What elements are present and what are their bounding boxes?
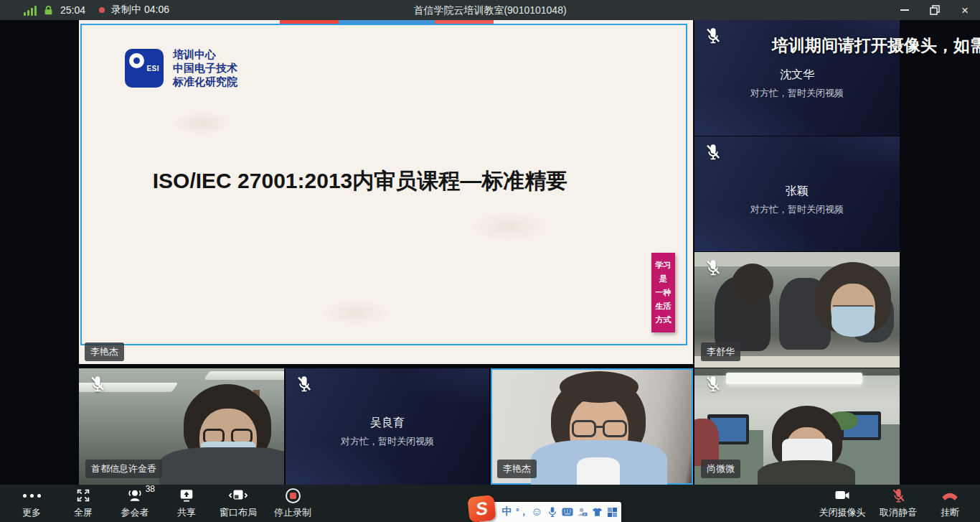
ime-tshirt-icon (592, 507, 603, 517)
ime-keyboard-button[interactable] (560, 502, 575, 522)
presenter-name-tag: 李艳杰 (85, 342, 124, 361)
stop-record-label: 停止录制 (274, 506, 311, 519)
cesi-logo-icon: ESI (125, 49, 164, 88)
sogou-logo-icon[interactable]: S (467, 495, 496, 522)
stop-record-button[interactable]: 停止录制 (264, 485, 321, 522)
participant-tile-xujinxiang[interactable]: 首都信息许金香 (79, 368, 284, 485)
toolbar-left-group: 更多 全屏 (6, 485, 321, 522)
person-face-mask (831, 307, 875, 337)
share-button[interactable]: 共享 (161, 485, 212, 522)
background-person (732, 264, 773, 304)
ceiling-light (204, 371, 284, 380)
meeting-app-window: 25:04 录制中 04:06 首信学院云培训教室(9010101048) × (0, 0, 980, 522)
banner-line: 一种 (656, 289, 672, 297)
stop-record-icon (286, 488, 301, 503)
layout-button[interactable]: 窗口布局 (212, 485, 264, 522)
ime-profile-button[interactable] (575, 502, 590, 522)
mic-muted-red-icon (890, 488, 907, 504)
cesi-org-name: 培训中心 中国电子技术 标准化研究院 (173, 47, 237, 88)
org-line: 培训中心 (173, 47, 237, 61)
mic-muted-icon (88, 375, 107, 393)
banner-line: 方式 (656, 316, 672, 324)
cesi-logo-block: ESI 培训中心 中国电子技术 标准化研究院 (125, 47, 237, 88)
mic-muted-icon (704, 258, 722, 277)
participant-name: 吴良育 (286, 416, 489, 431)
screen-share-view[interactable]: ESI 培训中心 中国电子技术 标准化研究院 ISO/IEC 27001:201… (79, 20, 693, 364)
more-button[interactable]: 更多 (6, 485, 57, 522)
person-body (159, 447, 284, 485)
participant-status: 对方忙，暂时关闭视频 (694, 203, 900, 216)
share-screen-icon (178, 488, 195, 503)
more-label: 更多 (22, 506, 41, 519)
participant-tile-lishuhua[interactable]: 李舒华 (694, 252, 900, 368)
slide-title: ISO/IEC 27001:2013内审员课程—标准精要 (79, 167, 641, 196)
participant-name-tag: 李艳杰 (497, 460, 537, 478)
participant-name: 张颖 (694, 184, 900, 199)
person-glasses (833, 299, 873, 307)
org-line: 标准化研究院 (173, 75, 237, 88)
banner-line: 是 (659, 275, 667, 283)
cesi-logo-letters: ESI (146, 65, 159, 73)
participant-tile-zhangying[interactable]: 张颖 对方忙，暂时关闭视频 (694, 136, 900, 251)
participant-tile-liyanjie-active[interactable]: 李艳杰 (491, 368, 693, 485)
recording-status: 录制中 04:06 (111, 4, 169, 17)
shared-window-top-blue-segment (339, 20, 435, 24)
fullscreen-button[interactable]: 全屏 (57, 485, 109, 522)
announcement-marquee: 培训期间请打开摄像头，如需发 (772, 34, 980, 57)
window-layout-icon (228, 488, 248, 503)
camera-off-button[interactable]: 关闭摄像头 (812, 485, 872, 522)
ime-keyboard-icon (562, 508, 573, 516)
restore-button[interactable] (928, 4, 941, 17)
titlebar: 25:04 录制中 04:06 首信学院云培训教室(9010101048) × (0, 0, 980, 20)
ime-voice-button[interactable] (545, 502, 560, 522)
ime-toolbar: S 中 °， ☺ (479, 502, 621, 522)
banner-line: 生活 (656, 302, 672, 310)
mic-muted-icon (704, 27, 722, 45)
hangup-icon (941, 488, 959, 503)
ime-menu-button[interactable] (605, 502, 620, 522)
participant-name: 沈文华 (694, 67, 900, 83)
participant-name-tag: 尚微微 (701, 460, 740, 478)
ceiling-light (726, 373, 862, 384)
participant-status: 对方忙，暂时关闭视频 (694, 87, 900, 100)
ime-emoji-button[interactable]: ☺ (529, 502, 545, 522)
hangup-label: 挂断 (941, 506, 959, 519)
participants-count-badge: 38 (146, 484, 155, 494)
toolbar-right-group: 关闭摄像头 取消静音 挂断 (812, 485, 976, 522)
participant-name-tag: 李舒华 (701, 342, 740, 361)
close-button[interactable]: × (958, 4, 971, 17)
minimize-button[interactable] (898, 4, 911, 17)
titlebar-status-cluster: 25:04 录制中 04:06 (24, 0, 169, 20)
fullscreen-icon (75, 488, 91, 503)
person-glasses (603, 420, 627, 437)
ime-grid-icon (608, 508, 617, 517)
participant-tile-shangweiwei[interactable]: 尚微微 (694, 368, 900, 485)
participants-button[interactable]: 38 参会者 (109, 485, 161, 522)
stage: ESI 培训中心 中国电子技术 标准化研究院 ISO/IEC 27001:201… (0, 20, 980, 485)
mic-muted-icon (295, 375, 314, 393)
window-controls: × (898, 0, 971, 20)
mic-muted-icon (704, 375, 722, 393)
meeting-toolbar: 更多 全屏 (0, 485, 980, 522)
ime-profile-icon (577, 507, 588, 517)
ime-punctuation-button[interactable]: °， (514, 502, 529, 522)
camera-icon (834, 488, 851, 503)
person-shirt (577, 457, 620, 485)
layout-label: 窗口布局 (220, 506, 257, 519)
signal-strength-icon (24, 5, 37, 16)
ime-mic-icon (548, 506, 557, 518)
ime-skin-button[interactable] (590, 502, 605, 522)
person-body (758, 460, 855, 485)
hangup-button[interactable]: 挂断 (924, 485, 976, 522)
participant-name-tag: 首都信息许金香 (85, 460, 162, 478)
share-label: 共享 (177, 506, 196, 519)
unmute-button[interactable]: 取消静音 (872, 485, 924, 522)
org-line: 中国电子技术 (173, 61, 237, 75)
ime-language-mode-button[interactable]: 中 (499, 502, 514, 522)
slide-side-banner: 学习 是 一种 生活 方式 (651, 253, 675, 332)
participant-tile-wuliangyu[interactable]: 吴良育 对方忙，暂时关闭视频 (286, 368, 489, 485)
person-bangs (560, 371, 639, 403)
person-glasses (572, 420, 596, 437)
participants-icon (126, 488, 143, 503)
camera-off-label: 关闭摄像头 (819, 506, 866, 519)
